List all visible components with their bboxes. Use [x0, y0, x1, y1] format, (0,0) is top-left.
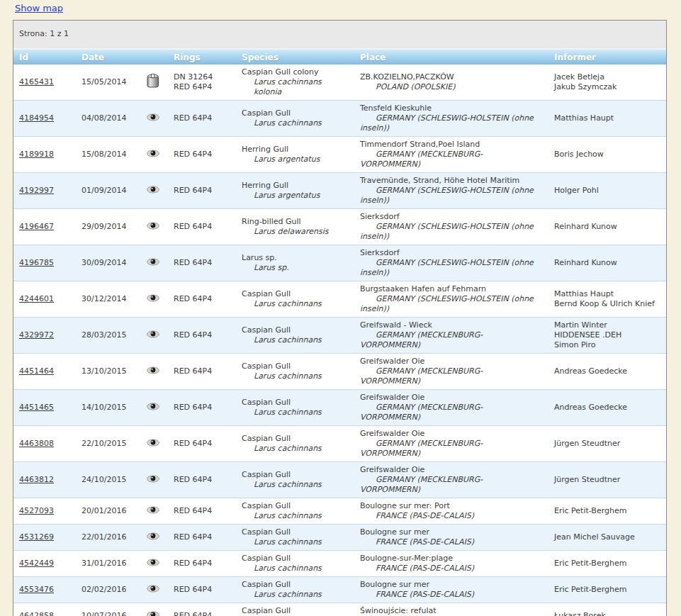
species-common-name: Caspian Gull — [242, 325, 351, 335]
rings-cell: RED 64P4 — [168, 474, 233, 486]
species-cell: Caspian Gull Larus cachinnans — [233, 325, 354, 346]
rings-cell: RED 64P4 — [168, 366, 233, 377]
record-id-link[interactable]: 4165431 — [19, 77, 54, 86]
record-id-link[interactable]: 4196785 — [19, 258, 54, 267]
eye-icon — [147, 150, 159, 160]
species-cell: Ring-billed Gull Larus delawarensis — [233, 216, 354, 237]
record-id-link[interactable]: 4542449 — [19, 559, 54, 568]
record-id-link[interactable]: 4192997 — [19, 186, 54, 195]
species-latin-name: Larus sp. — [242, 263, 351, 273]
species-common-name: Caspian Gull — [242, 527, 351, 537]
species-latin-name: Larus cachinnans — [242, 335, 351, 345]
rings-cell: RED 64P4 — [168, 113, 233, 124]
species-common-name: Ring-billed Gull — [242, 217, 351, 227]
informer-cell: Jürgen Steudtner — [546, 438, 666, 449]
eye-icon — [147, 559, 159, 569]
date-cell: 02/02/2016 — [74, 584, 138, 595]
place-region: FRANCE (PAS-DE-CALAIS) — [360, 511, 536, 521]
id-cell: 4244601 — [13, 293, 74, 305]
rings-cell: RED 64P4 — [168, 505, 233, 517]
species-cell: Caspian Gull colony Larus cachinnans kol… — [233, 67, 354, 98]
text-line: Martin Winter — [554, 320, 662, 330]
text-line: RED 64P4 — [174, 611, 230, 616]
text-line: RED 64P4 — [174, 150, 230, 159]
species-common-name: Caspian Gull — [242, 108, 351, 118]
eye-icon — [147, 475, 159, 486]
show-map-link[interactable]: Show map — [15, 3, 63, 13]
page-status: Strona: 1 z 1 — [13, 21, 666, 50]
text-line: Holger Pohl — [554, 186, 662, 196]
record-id-link[interactable]: 4196467 — [19, 222, 54, 231]
eye-icon — [147, 258, 159, 269]
species-common-name: Caspian Gull — [242, 470, 351, 480]
place-region: GERMANY (MECKLENBURG-VORPOMMERN) — [360, 439, 536, 459]
record-id-link[interactable]: 4553476 — [19, 585, 54, 594]
place-region: GERMANY (SCHLESWIG-HOLSTEIN (ohne inseln… — [360, 222, 536, 242]
place-cell: Świnoujście: refulat POLAND (ZACHODNIOPO… — [354, 605, 546, 616]
species-latin-name: Larus cachinnans — [242, 590, 351, 600]
date-cell: 30/12/2014 — [74, 293, 138, 305]
date-cell: 22/10/2015 — [74, 438, 138, 449]
record-id-link[interactable]: 4463812 — [19, 475, 54, 484]
species-common-name: Caspian Gull — [242, 606, 351, 616]
species-cell: Caspian Gull Larus cachinnans — [233, 605, 354, 616]
record-id-link[interactable]: 4463808 — [19, 439, 54, 448]
eye-icon — [147, 506, 159, 517]
eye-icon — [147, 113, 159, 124]
record-id-link[interactable]: 4329972 — [19, 330, 54, 340]
species-common-name: Caspian Gull — [242, 289, 351, 299]
species-cell: Caspian Gull Larus cachinnans — [233, 579, 354, 600]
species-latin-name: Larus cachinnans — [242, 408, 351, 418]
place-cell: Boulogne-sur-Mer:plage FRANCE (PAS-DE-CA… — [354, 553, 546, 574]
place-cell: Boulogne sur mer FRANCE (PAS-DE-CALAIS) — [354, 527, 546, 548]
species-common-name: Caspian Gull — [242, 362, 351, 371]
id-cell: 4451464 — [13, 366, 74, 377]
eye-icon — [147, 611, 159, 616]
results-table: Strona: 1 z 1 Id Date Rings Species Plac… — [13, 20, 667, 616]
record-id-link[interactable]: 4527093 — [19, 506, 54, 515]
informer-cell: Martin WinterHIDDENSEE .DEHSimon Piro — [546, 320, 666, 351]
text-line: Bernd Koop & Ulrich Knief — [554, 299, 662, 309]
text-line: Jakub Szymczak — [554, 82, 662, 92]
table-row: 4451464 13/10/2015 — [13, 353, 666, 389]
table-row: 4165431 15/05/2014 — [13, 65, 666, 100]
date-cell: 13/10/2015 — [74, 366, 138, 377]
record-id-link[interactable]: 4642858 — [19, 611, 54, 616]
record-type-cell — [138, 403, 168, 413]
text-line: Jürgen Steudtner — [554, 439, 662, 449]
record-type-cell — [138, 74, 168, 91]
rings-cell: RED 64P4 — [168, 402, 233, 413]
place-cell: Greifswalder Oie GERMANY (MECKLENBURG-VO… — [354, 464, 546, 495]
eye-icon — [147, 294, 159, 305]
text-line: Reinhard Kunow — [554, 222, 662, 232]
id-cell: 4189918 — [13, 149, 74, 160]
species-cell: Caspian Gull Larus cachinnans — [233, 289, 354, 310]
species-common-name: Caspian Gull — [242, 434, 351, 444]
table-row: 4463808 22/10/2015 — [13, 425, 666, 461]
place-cell: ZB.KOZIELNO,PACZKÓW POLAND (OPOLSKIE) — [354, 72, 546, 93]
id-cell: 4329972 — [13, 330, 74, 341]
record-id-link[interactable]: 4531269 — [19, 532, 54, 542]
id-cell: 4196785 — [13, 257, 74, 269]
id-cell: 4192997 — [13, 185, 74, 196]
record-id-link[interactable]: 4244601 — [19, 294, 54, 303]
place-cell: Greifswald - Wieck GERMANY (MECKLENBURG-… — [354, 320, 546, 351]
species-cell: Herring Gull Larus argentatus — [233, 180, 354, 201]
record-id-link[interactable]: 4189918 — [19, 150, 54, 159]
eye-icon — [147, 186, 159, 196]
record-id-link[interactable]: 4451464 — [19, 366, 54, 376]
species-latin-name: Larus cachinnans — [242, 371, 351, 381]
place-name: ZB.KOZIELNO,PACZKÓW — [360, 72, 536, 82]
record-id-link[interactable]: 4184954 — [19, 113, 54, 123]
species-cell: Larus sp. Larus sp. — [233, 252, 354, 274]
place-name: Greifswald - Wieck — [360, 320, 536, 330]
record-id-link[interactable]: 4451465 — [19, 403, 54, 412]
text-line: Matthias Haupt — [554, 289, 662, 299]
eye-icon — [147, 330, 159, 341]
place-name: Tensfeld Kieskuhle — [360, 103, 536, 113]
informer-cell: Matthias HauptBernd Koop & Ulrich Knief — [546, 289, 666, 310]
text-line: Reinhard Kunow — [554, 258, 662, 268]
record-type-cell — [138, 258, 168, 269]
place-name: Burgstaaken Hafen auf Fehmarn — [360, 284, 536, 294]
record-type-cell — [138, 475, 168, 486]
